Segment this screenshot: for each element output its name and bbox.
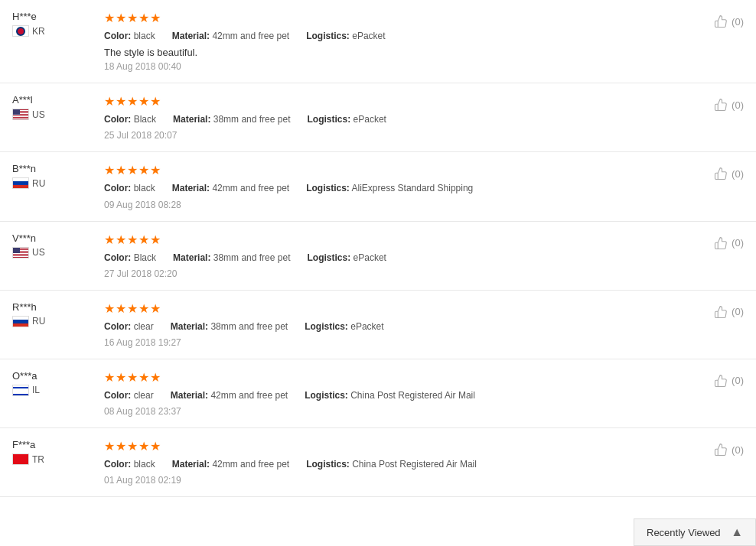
like-button[interactable]: (0): [705, 166, 744, 181]
logistics-value: ePacket: [354, 252, 386, 263]
review-content: ★★★★★ Color: black Material: 42mm and fr…: [96, 439, 705, 486]
star-icon: ★: [138, 439, 149, 453]
like-button[interactable]: (0): [705, 442, 744, 457]
logistics-label: Logistics:: [308, 252, 351, 263]
reviewer-country: US: [12, 109, 45, 120]
material-label: Material:: [173, 252, 210, 263]
star-icon: ★: [116, 232, 126, 247]
logistics-value: ePacket: [352, 31, 385, 41]
logistics-value: China Post Registered Air Mail: [352, 459, 477, 470]
review-date: 18 Aug 2018 00:40: [104, 61, 705, 72]
star-icon: ★: [138, 11, 149, 25]
material-value: 42mm and free pet: [212, 183, 289, 193]
review-date: 25 Jul 2018 20:07: [104, 130, 705, 141]
review-attributes: Color: Black Material: 38mm and free pet…: [104, 251, 705, 265]
star-icon: ★: [104, 370, 115, 385]
star-rating: ★★★★★: [104, 163, 705, 177]
star-icon: ★: [150, 94, 161, 109]
star-rating: ★★★★★: [104, 439, 705, 453]
review-content: ★★★★★ Color: black Material: 42mm and fr…: [96, 11, 705, 72]
material-label: Material:: [172, 183, 210, 193]
review-date: 08 Aug 2018 23:37: [104, 406, 705, 417]
review-content: ★★★★★ Color: Black Material: 38mm and fr…: [96, 94, 705, 141]
reviewer-name: A***l: [12, 94, 33, 106]
reviewer-name: V***n: [12, 232, 36, 244]
review-content: ★★★★★ Color: black Material: 42mm and fr…: [96, 163, 705, 210]
review-content: ★★★★★ Color: clear Material: 42mm and fr…: [96, 370, 705, 417]
review-item: F***a TR ★★★★★ Color: black Material: 42…: [0, 428, 756, 497]
country-label: IL: [32, 385, 40, 395]
logistics-label: Logistics:: [306, 459, 350, 470]
material-label: Material:: [171, 321, 208, 332]
country-label: RU: [32, 316, 45, 327]
logistics-label: Logistics:: [305, 390, 348, 401]
star-icon: ★: [116, 94, 126, 109]
star-icon: ★: [138, 94, 149, 109]
reviewer-name: F***a: [12, 439, 35, 450]
like-button[interactable]: (0): [705, 236, 744, 251]
color-value: black: [134, 183, 155, 193]
logistics-label: Logistics:: [306, 183, 350, 193]
country-label: US: [32, 247, 45, 258]
like-button[interactable]: (0): [705, 14, 744, 29]
like-count: (0): [732, 237, 744, 249]
review-content: ★★★★★ Color: Black Material: 38mm and fr…: [96, 232, 705, 279]
star-icon: ★: [150, 232, 161, 247]
reviewer-info: A***l US: [12, 94, 96, 120]
color-value: clear: [134, 321, 154, 332]
star-icon: ★: [116, 163, 126, 177]
like-button[interactable]: (0): [705, 304, 744, 320]
material-label: Material:: [173, 114, 210, 125]
reviewer-country: RU: [12, 316, 45, 327]
star-icon: ★: [127, 163, 138, 177]
reviewer-info: R***h RU: [12, 301, 96, 327]
star-icon: ★: [104, 163, 115, 177]
reviewer-info: F***a TR: [12, 439, 96, 465]
star-icon: ★: [104, 232, 115, 247]
logistics-label: Logistics:: [306, 31, 350, 41]
country-label: KR: [32, 26, 45, 37]
review-item: H***e KR ★★★★★ Color: black Material: 42…: [0, 0, 756, 83]
review-item: R***h RU ★★★★★ Color: clear Material: 38…: [0, 291, 756, 359]
material-value: 42mm and free pet: [212, 459, 289, 470]
logistics-value: ePacket: [350, 321, 383, 332]
color-value: black: [134, 459, 155, 470]
reviewer-country: KR: [12, 25, 45, 37]
review-item: A***l US ★★★★★ Color: Black Material: 38…: [0, 83, 756, 152]
star-icon: ★: [127, 301, 138, 316]
like-count: (0): [732, 99, 744, 111]
logistics-value: China Post Registered Air Mail: [350, 390, 475, 401]
logistics-label: Logistics:: [308, 114, 351, 125]
star-rating: ★★★★★: [104, 232, 705, 247]
like-count: (0): [732, 444, 744, 456]
star-icon: ★: [138, 370, 149, 385]
review-attributes: Color: black Material: 42mm and free pet…: [104, 457, 705, 472]
star-icon: ★: [127, 370, 138, 385]
like-count: (0): [732, 306, 744, 317]
reviewer-info: O***a IL: [12, 370, 96, 396]
thumbs-up-icon: [713, 97, 728, 112]
star-rating: ★★★★★: [104, 11, 705, 25]
material-label: Material:: [172, 31, 210, 41]
color-label: Color:: [104, 321, 131, 332]
star-rating: ★★★★★: [104, 94, 705, 109]
material-value: 38mm and free pet: [213, 252, 291, 263]
review-attributes: Color: black Material: 42mm and free pet…: [104, 181, 705, 196]
star-icon: ★: [150, 11, 161, 25]
star-icon: ★: [116, 439, 126, 453]
like-count: (0): [732, 168, 744, 180]
logistics-label: Logistics:: [305, 321, 348, 332]
reviewer-country: TR: [12, 453, 44, 465]
star-icon: ★: [138, 163, 149, 177]
star-icon: ★: [150, 163, 161, 177]
like-count: (0): [732, 375, 744, 386]
review-date: 01 Aug 2018 02:19: [104, 475, 705, 486]
reviewer-name: R***h: [12, 301, 37, 313]
material-value: 42mm and free pet: [210, 390, 288, 401]
star-icon: ★: [150, 301, 161, 316]
like-button[interactable]: (0): [705, 97, 744, 112]
star-icon: ★: [116, 11, 126, 25]
review-item: B***n RU ★★★★★ Color: black Material: 42…: [0, 152, 756, 221]
thumbs-up-icon: [713, 373, 728, 388]
like-button[interactable]: (0): [705, 373, 744, 388]
